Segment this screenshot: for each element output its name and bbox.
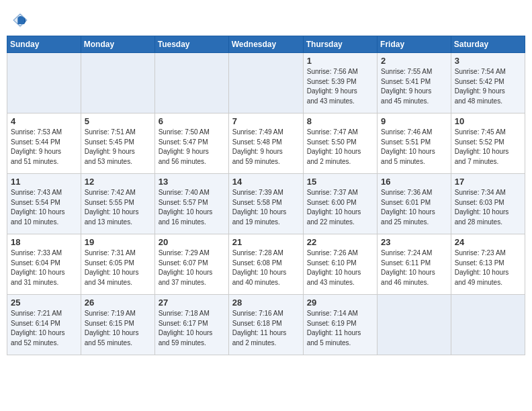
weekday-header-friday: Friday	[378, 36, 451, 53]
calendar-cell: 15Sunrise: 7:37 AMSunset: 6:00 PMDayligh…	[303, 174, 377, 234]
calendar-cell: 22Sunrise: 7:26 AMSunset: 6:10 PMDayligh…	[303, 234, 377, 295]
calendar-cell: 18Sunrise: 7:33 AMSunset: 6:04 PMDayligh…	[7, 234, 81, 295]
day-info: Sunrise: 7:37 AMSunset: 6:00 PMDaylight:…	[307, 188, 373, 227]
day-info: Sunrise: 7:56 AMSunset: 5:39 PMDaylight:…	[307, 67, 373, 106]
calendar-cell	[81, 53, 154, 113]
calendar-week-row: 18Sunrise: 7:33 AMSunset: 6:04 PMDayligh…	[7, 234, 525, 295]
calendar-week-row: 4Sunrise: 7:53 AMSunset: 5:44 PMDaylight…	[7, 113, 525, 174]
day-info: Sunrise: 7:24 AMSunset: 6:11 PMDaylight:…	[381, 248, 447, 287]
day-info: Sunrise: 7:46 AMSunset: 5:51 PMDaylight:…	[381, 128, 447, 167]
calendar-cell	[7, 53, 81, 113]
day-info: Sunrise: 7:28 AMSunset: 6:08 PMDaylight:…	[232, 248, 300, 287]
calendar-cell: 29Sunrise: 7:14 AMSunset: 6:19 PMDayligh…	[303, 295, 377, 355]
day-number: 16	[381, 177, 447, 187]
calendar-cell: 1Sunrise: 7:56 AMSunset: 5:39 PMDaylight…	[303, 53, 377, 113]
day-info: Sunrise: 7:19 AMSunset: 6:15 PMDaylight:…	[85, 309, 151, 348]
calendar-table: SundayMondayTuesdayWednesdayThursdayFrid…	[7, 36, 525, 355]
calendar-cell: 23Sunrise: 7:24 AMSunset: 6:11 PMDayligh…	[378, 234, 451, 295]
calendar-cell: 13Sunrise: 7:40 AMSunset: 5:57 PMDayligh…	[154, 174, 228, 234]
calendar-cell: 3Sunrise: 7:54 AMSunset: 5:42 PMDaylight…	[451, 53, 525, 113]
calendar-cell: 8Sunrise: 7:47 AMSunset: 5:50 PMDaylight…	[303, 113, 377, 174]
day-info: Sunrise: 7:40 AMSunset: 5:57 PMDaylight:…	[159, 188, 225, 227]
weekday-header-sunday: Sunday	[7, 36, 81, 53]
weekday-header-tuesday: Tuesday	[154, 36, 228, 53]
day-info: Sunrise: 7:29 AMSunset: 6:07 PMDaylight:…	[159, 248, 225, 287]
day-info: Sunrise: 7:18 AMSunset: 6:17 PMDaylight:…	[159, 309, 225, 348]
day-info: Sunrise: 7:50 AMSunset: 5:47 PMDaylight:…	[159, 128, 225, 167]
day-info: Sunrise: 7:45 AMSunset: 5:52 PMDaylight:…	[455, 128, 521, 167]
calendar-cell: 9Sunrise: 7:46 AMSunset: 5:51 PMDaylight…	[378, 113, 451, 174]
calendar-cell: 21Sunrise: 7:28 AMSunset: 6:08 PMDayligh…	[228, 234, 303, 295]
day-info: Sunrise: 7:31 AMSunset: 6:05 PMDaylight:…	[85, 248, 151, 287]
calendar-cell: 10Sunrise: 7:45 AMSunset: 5:52 PMDayligh…	[451, 113, 525, 174]
day-info: Sunrise: 7:33 AMSunset: 6:04 PMDaylight:…	[11, 248, 77, 287]
calendar-cell: 12Sunrise: 7:42 AMSunset: 5:55 PMDayligh…	[81, 174, 154, 234]
day-info: Sunrise: 7:51 AMSunset: 5:45 PMDaylight:…	[85, 128, 151, 167]
day-number: 2	[381, 56, 447, 66]
day-number: 14	[232, 177, 300, 187]
day-number: 9	[381, 116, 447, 126]
calendar-week-row: 25Sunrise: 7:21 AMSunset: 6:14 PMDayligh…	[7, 295, 525, 355]
calendar-cell: 19Sunrise: 7:31 AMSunset: 6:05 PMDayligh…	[81, 234, 154, 295]
calendar-cell: 28Sunrise: 7:16 AMSunset: 6:18 PMDayligh…	[228, 295, 303, 355]
day-number: 6	[159, 116, 225, 126]
day-info: Sunrise: 7:36 AMSunset: 6:01 PMDaylight:…	[381, 188, 447, 227]
day-number: 4	[11, 116, 77, 126]
day-number: 29	[307, 298, 373, 308]
weekday-header-wednesday: Wednesday	[228, 36, 303, 53]
day-number: 3	[455, 56, 521, 66]
day-info: Sunrise: 7:42 AMSunset: 5:55 PMDaylight:…	[85, 188, 151, 227]
day-info: Sunrise: 7:54 AMSunset: 5:42 PMDaylight:…	[455, 67, 521, 106]
calendar-cell: 14Sunrise: 7:39 AMSunset: 5:58 PMDayligh…	[228, 174, 303, 234]
day-info: Sunrise: 7:47 AMSunset: 5:50 PMDaylight:…	[307, 128, 373, 167]
day-number: 7	[232, 116, 300, 126]
day-number: 22	[307, 237, 373, 247]
day-number: 18	[11, 237, 77, 247]
calendar-week-row: 1Sunrise: 7:56 AMSunset: 5:39 PMDaylight…	[7, 53, 525, 113]
day-number: 28	[232, 298, 300, 308]
day-info: Sunrise: 7:39 AMSunset: 5:58 PMDaylight:…	[232, 188, 300, 227]
day-info: Sunrise: 7:21 AMSunset: 6:14 PMDaylight:…	[11, 309, 77, 348]
day-number: 1	[307, 56, 373, 66]
weekday-header-saturday: Saturday	[451, 36, 525, 53]
logo-icon	[10, 10, 30, 30]
calendar-cell	[228, 53, 303, 113]
calendar-cell: 17Sunrise: 7:34 AMSunset: 6:03 PMDayligh…	[451, 174, 525, 234]
weekday-header-monday: Monday	[81, 36, 154, 53]
calendar-cell: 25Sunrise: 7:21 AMSunset: 6:14 PMDayligh…	[7, 295, 81, 355]
day-info: Sunrise: 7:55 AMSunset: 5:41 PMDaylight:…	[381, 67, 447, 106]
weekday-header-thursday: Thursday	[303, 36, 377, 53]
calendar-cell: 6Sunrise: 7:50 AMSunset: 5:47 PMDaylight…	[154, 113, 228, 174]
day-info: Sunrise: 7:53 AMSunset: 5:44 PMDaylight:…	[11, 128, 77, 167]
calendar-cell: 16Sunrise: 7:36 AMSunset: 6:01 PMDayligh…	[378, 174, 451, 234]
day-info: Sunrise: 7:14 AMSunset: 6:19 PMDaylight:…	[307, 309, 373, 348]
day-info: Sunrise: 7:26 AMSunset: 6:10 PMDaylight:…	[307, 248, 373, 287]
day-number: 12	[85, 177, 151, 187]
day-number: 5	[85, 116, 151, 126]
day-number: 21	[232, 237, 300, 247]
day-info: Sunrise: 7:49 AMSunset: 5:48 PMDaylight:…	[232, 128, 300, 167]
calendar-cell: 24Sunrise: 7:23 AMSunset: 6:13 PMDayligh…	[451, 234, 525, 295]
day-number: 11	[11, 177, 77, 187]
page-header	[7, 7, 525, 30]
calendar-cell: 27Sunrise: 7:18 AMSunset: 6:17 PMDayligh…	[154, 295, 228, 355]
day-info: Sunrise: 7:23 AMSunset: 6:13 PMDaylight:…	[455, 248, 521, 287]
day-number: 15	[307, 177, 373, 187]
calendar-cell: 7Sunrise: 7:49 AMSunset: 5:48 PMDaylight…	[228, 113, 303, 174]
day-number: 26	[85, 298, 151, 308]
day-number: 17	[455, 177, 521, 187]
calendar-cell: 2Sunrise: 7:55 AMSunset: 5:41 PMDaylight…	[378, 53, 451, 113]
day-number: 13	[159, 177, 225, 187]
day-info: Sunrise: 7:16 AMSunset: 6:18 PMDaylight:…	[232, 309, 300, 348]
day-number: 19	[85, 237, 151, 247]
day-number: 8	[307, 116, 373, 126]
calendar-cell	[451, 295, 525, 355]
calendar-cell	[154, 53, 228, 113]
calendar-cell: 11Sunrise: 7:43 AMSunset: 5:54 PMDayligh…	[7, 174, 81, 234]
day-info: Sunrise: 7:43 AMSunset: 5:54 PMDaylight:…	[11, 188, 77, 227]
logo	[10, 10, 33, 30]
day-number: 20	[159, 237, 225, 247]
day-number: 27	[159, 298, 225, 308]
calendar-week-row: 11Sunrise: 7:43 AMSunset: 5:54 PMDayligh…	[7, 174, 525, 234]
day-number: 23	[381, 237, 447, 247]
